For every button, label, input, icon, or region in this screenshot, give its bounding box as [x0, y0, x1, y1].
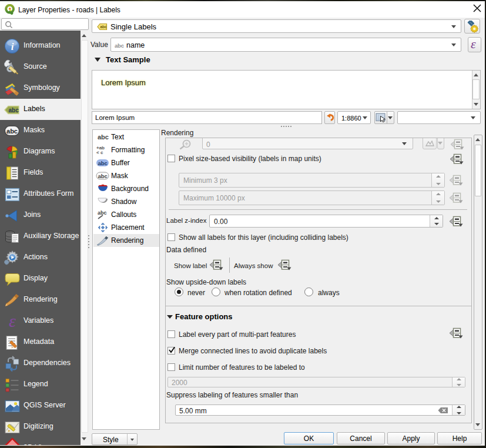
svg-text:i: i [11, 41, 14, 52]
svg-text:abc: abc [98, 173, 108, 179]
svg-text:abc: abc [98, 160, 108, 166]
svg-text:abc: abc [6, 128, 18, 135]
svg-text:abc: abc [98, 210, 107, 216]
svg-text:abc: abc [98, 133, 109, 141]
svg-text:abc: abc [100, 25, 108, 29]
svg-text:< c: < c [96, 150, 103, 155]
svg-text:ε: ε [9, 312, 16, 330]
svg-text:abc: abc [9, 107, 19, 113]
